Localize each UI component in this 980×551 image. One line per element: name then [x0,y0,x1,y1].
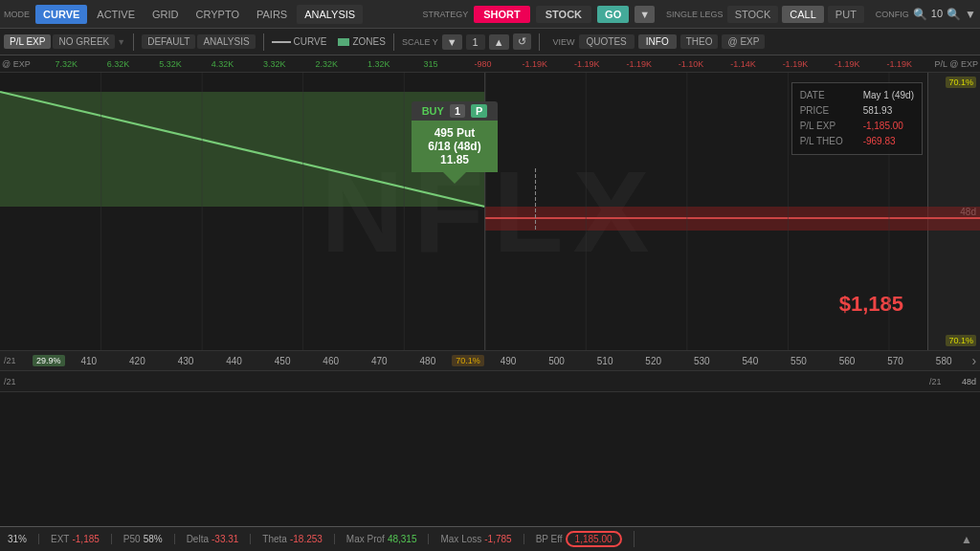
info-row-pltheo: P/L THEO -969.83 [800,134,914,149]
nav-pairs[interactable]: PAIRS [249,5,295,24]
atexp-button[interactable]: @ EXP [722,34,765,49]
x-tick-460: 460 [306,356,355,366]
price-tick-10: -1.19K [561,59,612,69]
price-tick-9: -1.19K [509,59,561,69]
nav-active[interactable]: ACTIVE [89,5,143,24]
p50-label: P50 [123,534,141,544]
nav-grid[interactable]: GRID [145,5,187,24]
info-row-plexp: P/L EXP -1,185.00 [800,119,914,134]
search2-icon[interactable]: 🔍 [947,8,961,21]
atexp-axis-label: @ EXP [2,59,40,69]
x-tick-480: 480 [404,356,453,366]
call-leg-button[interactable]: CALL [782,6,824,23]
price-tick-2: 5.32K [145,59,196,69]
info-row-date: DATE May 1 (49d) [800,88,914,103]
divider3 [393,33,394,51]
date-val: May 1 (49d) [863,88,914,103]
price-tick-0: 7.32K [40,59,92,69]
plexp-button[interactable]: P/L EXP [4,34,51,49]
price-tick-3: 4.32K [196,59,248,69]
delta-val: -33.31 [212,534,238,544]
curve-indicator: CURVE [272,36,327,47]
pltheo-val: -969.83 [863,134,896,149]
short-button[interactable]: SHORT [474,6,530,23]
divider2 [263,33,264,51]
bpeff-bottom-label: BP Eff [536,534,563,544]
expand-button[interactable]: ▲ [961,533,972,546]
search-icon[interactable]: 🔍 [913,8,927,21]
info-button[interactable]: INFO [638,34,677,49]
stat-p50: P50 58% [112,534,175,544]
xaxis-left-label: /21 [4,356,33,365]
x-tick-580: 580 [920,356,969,366]
curve-line-icon [272,41,291,43]
tooltip-line3: 11.85 [419,153,490,166]
arrow-up-button[interactable]: ▲ [489,34,509,50]
stat-ext: EXT -1,185 [39,534,112,544]
chart-area: NFLX BUY 1 P 495 Put 6/18 (48d) [0,73,980,350]
put-leg-button[interactable]: PUT [828,6,864,23]
tooltip-quantity: 1 [450,104,465,118]
price-tick-4: 3.32K [249,59,301,69]
bottom-bar: 31% EXT -1,185 P50 58% Delta -33.31 Thet… [0,526,980,551]
analysis-button[interactable]: ANALYSIS [197,34,255,49]
x-tick-570: 570 [871,356,920,366]
nav-analysis[interactable]: ANALYSIS [297,5,363,24]
ext-val: -1,185 [72,534,99,544]
layout-group: DEFAULT ANALYSIS [142,34,255,49]
divider1 [133,33,134,51]
config-icons: 🔍 10 🔍 ▼ [913,8,976,21]
tooltip-line2: 6/18 (48d) [419,140,490,153]
filter-icon[interactable]: ▼ [965,8,976,21]
xaxis2-right-label: /21 [929,377,958,386]
ext-label: EXT [51,534,69,544]
theo-button[interactable]: THEO [680,34,719,49]
maxprof-label: Max Prof [346,534,385,544]
x-tick-490: 490 [484,356,533,366]
maxloss-val: -1,785 [484,534,511,544]
date-key: DATE [800,88,858,103]
tooltip-body: 495 Put 6/18 (48d) 11.85 [412,121,498,172]
delta-label: Delta [187,534,209,544]
plexp-key: P/L EXP [800,119,858,134]
price-tick-15: -1.19K [821,59,873,69]
tooltip-card: BUY 1 P 495 Put 6/18 (48d) 11.85 [412,101,498,184]
curve-label: CURVE [294,36,327,47]
refresh-button[interactable]: ↺ [513,33,531,50]
stat-maxloss: Max Loss -1,785 [429,534,523,544]
arrow-down-button[interactable]: ▼ [442,34,462,50]
x-tick-410: 410 [65,356,114,366]
zones-box-icon [338,38,349,46]
config-section: CONFIG 🔍 10 🔍 ▼ [876,8,976,21]
tooltip-pointer [443,172,466,184]
maxloss-label: Max Loss [440,534,481,544]
x-tick-540: 540 [726,356,775,366]
nav-curve[interactable]: CURVE [35,5,87,24]
x-axis-row: /21 29.9% 410 420 430 440 450 460 470 48… [0,350,980,371]
quotes-button[interactable]: QUOTES [579,34,635,49]
stock-leg-button[interactable]: STOCK [727,6,779,23]
nogreek-button[interactable]: NO GREEK [53,34,115,49]
x-tick-530: 530 [678,356,726,366]
tooltip-line1: 495 Put [419,126,490,140]
right-scroll-btn[interactable]: › [971,353,976,368]
go-button[interactable]: GO [597,6,629,23]
zones-label: ZONES [352,36,385,47]
strategy-label: STRATEGY [422,10,468,19]
pct-val: 31% [8,534,27,544]
x-tick-450: 450 [258,356,307,366]
bpeff-bottom-val[interactable]: 1,185.00 [566,531,622,547]
default-button[interactable]: DEFAULT [142,34,195,49]
scale-num: 1 [466,34,485,50]
theta-label: Theta [262,534,287,544]
stat-delta: Delta -33.31 [175,534,252,544]
p50-val: 58% [144,534,163,544]
price-axis-row: @ EXP 7.32K 6.32K 5.32K 4.32K 3.32K 2.32… [0,55,980,73]
stat-pct: 31% [8,534,39,544]
stock-button[interactable]: STOCK [536,6,591,23]
x-tick-430: 430 [162,356,211,366]
dropdown-arrow[interactable]: ▼ [635,6,655,23]
price-tick-12: -1.10K [665,59,717,69]
stat-theta: Theta -18.253 [251,534,335,544]
nav-crypto[interactable]: CRYPTO [189,5,247,24]
